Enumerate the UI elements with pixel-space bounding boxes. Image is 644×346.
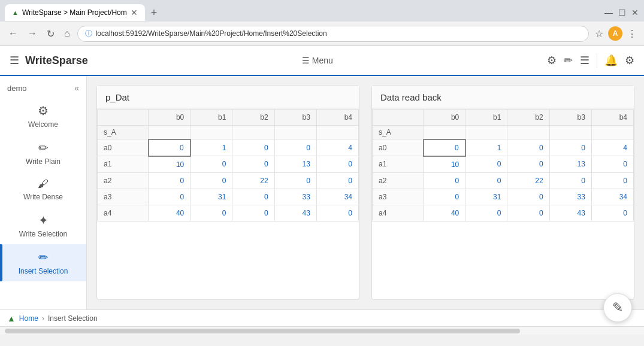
scrollbar-thumb[interactable]	[5, 329, 520, 333]
p-dat-cell-a1-b0[interactable]: 10	[149, 156, 191, 173]
p-dat-sub-b0	[149, 126, 191, 139]
footer-logo: ▲	[7, 314, 16, 323]
p-dat-cell-a2-b2[interactable]: 22	[232, 172, 274, 189]
more-options-button[interactable]: ⋮	[626, 27, 638, 41]
sidebar-item-write-selection[interactable]: ✦ Write Selection	[0, 207, 86, 244]
readback-cell-a4-b4[interactable]: 0	[591, 205, 633, 221]
readback-cell-a3-b3[interactable]: 33	[549, 189, 591, 205]
data-readback-table: b0 b1 b2 b3 b4 s_A	[372, 109, 634, 221]
url-bar[interactable]: ⓘ localhost:59192/WriteSparse/Main%20Pro…	[77, 26, 589, 42]
readback-cell-a1-b1[interactable]: 0	[465, 156, 507, 173]
table-row: a1 10 0 0 13 0	[98, 156, 359, 173]
p-dat-cell-a4-b4[interactable]: 0	[316, 205, 358, 221]
readback-cell-a1-b0[interactable]: 10	[424, 156, 465, 173]
fab-button[interactable]: ✎	[603, 293, 632, 322]
readback-cell-a2-b3[interactable]: 0	[549, 172, 591, 189]
p-dat-title: p_Dat	[97, 86, 359, 109]
p-dat-cell-a1-b4[interactable]: 0	[316, 156, 358, 173]
readback-cell-a1-b3[interactable]: 13	[549, 156, 591, 173]
hamburger-icon[interactable]: ☰	[10, 54, 19, 67]
sidebar-item-write-plain[interactable]: ✏ Write Plain	[0, 135, 86, 172]
readback-cell-a3-b0[interactable]: 0	[424, 189, 465, 205]
tab-close-button[interactable]: ✕	[131, 8, 138, 17]
p-dat-cell-a1-b1[interactable]: 0	[191, 156, 232, 173]
readback-cell-a4-b2[interactable]: 0	[507, 205, 549, 221]
sidebar-item-label: Write Dense	[23, 193, 63, 201]
readback-row-a4-label: a4	[373, 205, 424, 221]
p-dat-row-header: s_A	[98, 126, 149, 139]
back-button[interactable]: ←	[6, 27, 20, 40]
minimize-button[interactable]: —	[604, 8, 613, 17]
p-dat-cell-a0-b1[interactable]: 1	[191, 139, 232, 156]
notifications-button[interactable]: 🔔	[604, 54, 618, 67]
p-dat-sub-b1	[191, 126, 232, 139]
readback-sub-b0	[424, 126, 465, 139]
readback-cell-a3-b1[interactable]: 31	[465, 189, 507, 205]
sidebar-item-welcome[interactable]: ⚙ Welcome	[0, 98, 86, 135]
reload-button[interactable]: ↻	[44, 27, 57, 41]
readback-cell-a0-b0[interactable]: 0	[424, 139, 465, 156]
table-row: a2 0 0 22 0 0	[98, 172, 359, 189]
readback-cell-a2-b1[interactable]: 0	[465, 172, 507, 189]
p-dat-cell-a2-b4[interactable]: 0	[316, 172, 358, 189]
p-dat-cell-a0-b0[interactable]: 0	[149, 139, 191, 156]
p-dat-cell-a3-b0[interactable]: 0	[149, 189, 191, 205]
p-dat-sub-b3	[274, 126, 316, 139]
p-dat-cell-a2-b1[interactable]: 0	[191, 172, 232, 189]
p-dat-cell-a1-b3[interactable]: 13	[274, 156, 316, 173]
forward-button[interactable]: →	[25, 27, 40, 40]
menu-button[interactable]: ☰ Menu	[302, 56, 333, 65]
p-dat-row-a0-label: a0	[98, 139, 149, 156]
p-dat-cell-a3-b1[interactable]: 31	[191, 189, 232, 205]
settings-button[interactable]: ⚙	[547, 54, 557, 67]
readback-cell-a0-b3[interactable]: 0	[549, 139, 591, 156]
readback-cell-a2-b2[interactable]: 22	[507, 172, 549, 189]
footer-home-link[interactable]: Home	[19, 314, 38, 323]
p-dat-cell-a0-b3[interactable]: 0	[274, 139, 316, 156]
profile-avatar[interactable]: A	[608, 26, 622, 41]
close-button[interactable]: ✕	[631, 8, 639, 17]
p-dat-cell-a0-b2[interactable]: 0	[232, 139, 274, 156]
p-dat-cell-a4-b3[interactable]: 43	[274, 205, 316, 221]
readback-cell-a0-b2[interactable]: 0	[507, 139, 549, 156]
readback-cell-a3-b2[interactable]: 0	[507, 189, 549, 205]
p-dat-sub-b4	[316, 126, 358, 139]
p-dat-cell-a2-b0[interactable]: 0	[149, 172, 191, 189]
readback-cell-a4-b1[interactable]: 0	[465, 205, 507, 221]
p-dat-cell-a4-b2[interactable]: 0	[232, 205, 274, 221]
p-dat-cell-a4-b0[interactable]: 40	[149, 205, 191, 221]
readback-cell-a4-b0[interactable]: 40	[424, 205, 465, 221]
table-row: a4 40 0 0 43 0	[98, 205, 359, 221]
p-dat-cell-a1-b2[interactable]: 0	[232, 156, 274, 173]
readback-cell-a2-b4[interactable]: 0	[591, 172, 633, 189]
sidebar-collapse-button[interactable]: «	[74, 83, 79, 93]
list-button[interactable]: ☰	[580, 54, 589, 67]
scrollbar-area[interactable]	[0, 326, 644, 335]
readback-cell-a0-b1[interactable]: 1	[465, 139, 507, 156]
sidebar-item-label: Write Plain	[26, 157, 61, 166]
table-row: a2 0 0 22 0 0	[373, 172, 634, 189]
p-dat-panel: p_Dat b0 b1 b2 b3 b4 s_A	[96, 86, 359, 300]
readback-cell-a3-b4[interactable]: 34	[591, 189, 633, 205]
sidebar-item-write-dense[interactable]: 🖌 Write Dense	[0, 172, 86, 207]
bookmark-button[interactable]: ☆	[594, 27, 604, 41]
p-dat-cell-a2-b3[interactable]: 0	[274, 172, 316, 189]
new-tab-button[interactable]: +	[147, 7, 161, 19]
p-dat-cell-a0-b4[interactable]: 4	[316, 139, 358, 156]
maximize-button[interactable]: ☐	[618, 8, 626, 17]
readback-cell-a2-b0[interactable]: 0	[424, 172, 465, 189]
sidebar-item-insert-selection[interactable]: ✏ Insert Selection	[0, 244, 86, 281]
readback-cell-a4-b3[interactable]: 43	[549, 205, 591, 221]
p-dat-cell-a3-b4[interactable]: 34	[316, 189, 358, 205]
p-dat-cell-a3-b2[interactable]: 0	[232, 189, 274, 205]
data-readback-panel: Data read back b0 b1 b2 b3 b4 s_A	[371, 86, 634, 300]
p-dat-cell-a3-b3[interactable]: 33	[274, 189, 316, 205]
filter-button[interactable]: ⚙	[625, 54, 634, 67]
home-button[interactable]: ⌂	[62, 27, 72, 40]
active-tab[interactable]: ▲ WriteSparse > Main Project/Hom ✕	[5, 4, 145, 21]
p-dat-cell-a4-b1[interactable]: 0	[191, 205, 232, 221]
readback-cell-a0-b4[interactable]: 4	[591, 139, 633, 156]
readback-cell-a1-b2[interactable]: 0	[507, 156, 549, 173]
readback-cell-a1-b4[interactable]: 0	[591, 156, 633, 173]
edit-button[interactable]: ✏	[564, 54, 573, 67]
